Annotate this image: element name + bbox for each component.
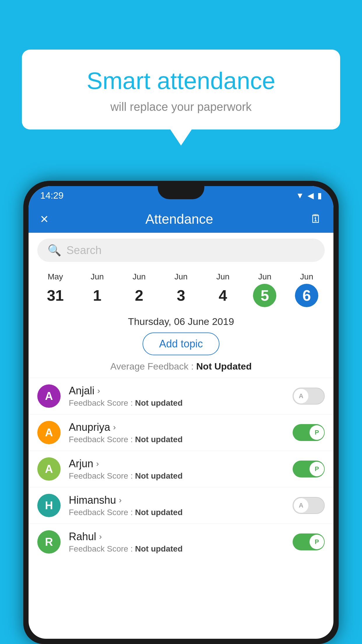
toggle-knob: A bbox=[294, 498, 308, 513]
selected-date-label: Thursday, 06 June 2019 bbox=[29, 316, 333, 327]
student-info: Anupriya ›Feedback Score : Not updated bbox=[69, 421, 293, 444]
student-list: AAnjali ›Feedback Score : Not updatedAAA… bbox=[29, 378, 333, 560]
toggle-knob: P bbox=[310, 535, 324, 549]
phone-frame: 14:29 ▼ ◀ ▮ × Attendance 🗓 🔍 Search May3… bbox=[23, 181, 339, 644]
status-time: 14:29 bbox=[40, 190, 64, 201]
student-name: Rahul › bbox=[69, 531, 293, 543]
chevron-icon: › bbox=[99, 532, 102, 541]
student-name: Arjun › bbox=[69, 458, 293, 470]
student-item[interactable]: AAnjali ›Feedback Score : Not updatedA bbox=[29, 378, 333, 414]
student-feedback: Feedback Score : Not updated bbox=[69, 544, 293, 554]
student-info: Himanshu ›Feedback Score : Not updated bbox=[69, 494, 293, 517]
date-day[interactable]: 1 bbox=[86, 284, 109, 307]
date-col-1[interactable]: Jun1 bbox=[76, 272, 118, 307]
avg-feedback-value: Not Updated bbox=[196, 361, 252, 372]
content-area: 🔍 Search May31Jun1Jun2Jun3Jun4Jun5Jun6 T… bbox=[29, 233, 333, 560]
date-col-3[interactable]: Jun3 bbox=[160, 272, 202, 307]
toggle-knob: P bbox=[310, 462, 324, 476]
search-input[interactable]: Search bbox=[66, 244, 101, 257]
student-info: Anjali ›Feedback Score : Not updated bbox=[69, 385, 293, 408]
student-name: Anjali › bbox=[69, 385, 293, 397]
attendance-toggle[interactable]: A bbox=[293, 497, 325, 514]
date-col-4[interactable]: Jun4 bbox=[202, 272, 244, 307]
date-day[interactable]: 31 bbox=[44, 284, 67, 307]
attendance-toggle[interactable]: P bbox=[293, 461, 325, 477]
calendar-icon[interactable]: 🗓 bbox=[310, 212, 322, 225]
student-feedback: Feedback Score : Not updated bbox=[69, 508, 293, 517]
toggle-knob: P bbox=[310, 425, 324, 440]
student-info: Arjun ›Feedback Score : Not updated bbox=[69, 458, 293, 481]
attendance-toggle[interactable]: A bbox=[293, 388, 325, 405]
student-avatar: A bbox=[37, 384, 61, 408]
signal-icon: ◀ bbox=[307, 191, 314, 200]
average-feedback: Average Feedback : Not Updated bbox=[29, 361, 333, 372]
wifi-icon: ▼ bbox=[296, 191, 304, 200]
search-bar[interactable]: 🔍 Search bbox=[37, 239, 325, 262]
date-month: Jun bbox=[76, 272, 118, 281]
date-col-5[interactable]: Jun5 bbox=[244, 272, 286, 307]
student-avatar: A bbox=[37, 421, 61, 444]
add-topic-button[interactable]: Add topic bbox=[143, 332, 219, 355]
date-month: May bbox=[34, 272, 76, 281]
date-month: Jun bbox=[160, 272, 202, 281]
phone-screen: 14:29 ▼ ◀ ▮ × Attendance 🗓 🔍 Search May3… bbox=[29, 186, 333, 639]
student-avatar: A bbox=[37, 457, 61, 481]
phone-notch bbox=[158, 186, 204, 199]
student-info: Rahul ›Feedback Score : Not updated bbox=[69, 531, 293, 554]
chevron-icon: › bbox=[97, 386, 100, 396]
chevron-icon: › bbox=[113, 423, 116, 432]
date-day[interactable]: 5 bbox=[253, 284, 276, 307]
student-item[interactable]: HHimanshu ›Feedback Score : Not updatedA bbox=[29, 487, 333, 524]
date-month: Jun bbox=[244, 272, 286, 281]
status-icons: ▼ ◀ ▮ bbox=[296, 191, 322, 200]
chevron-icon: › bbox=[119, 496, 122, 505]
date-col-6[interactable]: Jun6 bbox=[286, 272, 328, 307]
date-day[interactable]: 6 bbox=[295, 284, 318, 307]
student-feedback: Feedback Score : Not updated bbox=[69, 435, 293, 444]
date-col-0[interactable]: May31 bbox=[34, 272, 76, 307]
date-day[interactable]: 3 bbox=[169, 284, 193, 307]
student-feedback: Feedback Score : Not updated bbox=[69, 398, 293, 408]
date-col-2[interactable]: Jun2 bbox=[118, 272, 160, 307]
student-feedback: Feedback Score : Not updated bbox=[69, 471, 293, 481]
attendance-toggle[interactable]: P bbox=[293, 424, 325, 441]
student-avatar: R bbox=[37, 530, 61, 554]
app-header: × Attendance 🗓 bbox=[29, 205, 333, 233]
date-day[interactable]: 4 bbox=[211, 284, 235, 307]
header-title: Attendance bbox=[145, 211, 213, 227]
student-name: Himanshu › bbox=[69, 494, 293, 506]
date-month: Jun bbox=[286, 272, 328, 281]
student-name: Anupriya › bbox=[69, 421, 293, 433]
close-button[interactable]: × bbox=[40, 211, 48, 227]
date-month: Jun bbox=[202, 272, 244, 281]
avg-feedback-label: Average Feedback : bbox=[110, 361, 194, 372]
student-item[interactable]: AArjun ›Feedback Score : Not updatedP bbox=[29, 451, 333, 487]
speech-bubble: Smart attendance will replace your paper… bbox=[22, 50, 340, 130]
date-month: Jun bbox=[118, 272, 160, 281]
student-item[interactable]: RRahul ›Feedback Score : Not updatedP bbox=[29, 524, 333, 560]
search-icon: 🔍 bbox=[48, 244, 61, 257]
student-item[interactable]: AAnupriya ›Feedback Score : Not updatedP bbox=[29, 414, 333, 451]
chevron-icon: › bbox=[96, 459, 99, 468]
date-day[interactable]: 2 bbox=[127, 284, 151, 307]
toggle-knob: A bbox=[294, 389, 308, 403]
student-avatar: H bbox=[37, 494, 61, 517]
date-scroll: May31Jun1Jun2Jun3Jun4Jun5Jun6 bbox=[29, 268, 333, 310]
battery-icon: ▮ bbox=[317, 191, 322, 200]
bubble-subtitle: will replace your paperwork bbox=[36, 100, 326, 113]
bubble-title: Smart attendance bbox=[36, 67, 326, 94]
attendance-toggle[interactable]: P bbox=[293, 533, 325, 550]
